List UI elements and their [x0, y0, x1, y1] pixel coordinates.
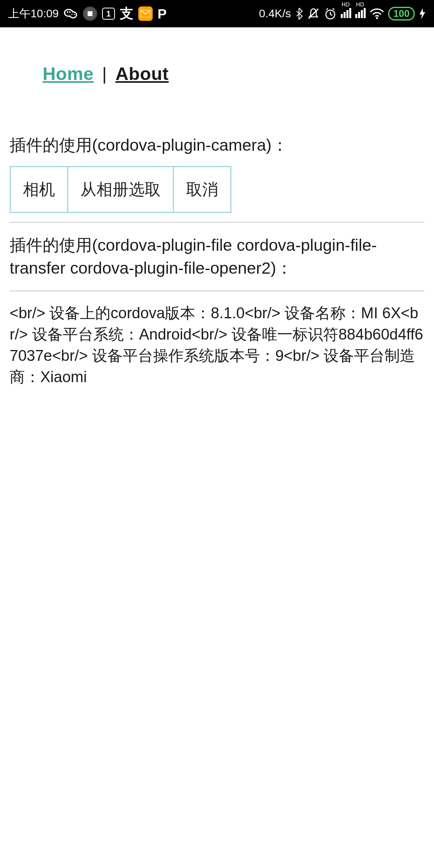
camera-button-row: 相机 从相册选取 取消 — [10, 166, 424, 213]
svg-point-7 — [74, 14, 75, 15]
home-link[interactable]: Home — [43, 63, 94, 84]
status-time: 上午10:09 — [8, 6, 59, 21]
alipay-icon: 支 — [120, 4, 133, 23]
status-bar: 上午10:09 1 支 P 0.4K/s HD HD — [0, 0, 434, 27]
battery-indicator: 100 — [388, 7, 415, 20]
svg-point-16 — [376, 17, 378, 19]
cancel-button[interactable]: 取消 — [173, 166, 231, 213]
section-camera-title: 插件的使用(cordova-plugin-camera)： — [10, 134, 424, 156]
p-icon: P — [158, 6, 167, 22]
bluetooth-icon — [295, 7, 303, 20]
nav-row: Home | About — [10, 63, 424, 84]
device-info-text: <br/> 设备上的cordova版本：8.1.0<br/> 设备名称：MI 6… — [10, 303, 424, 388]
camera-button[interactable]: 相机 — [10, 166, 68, 213]
page-content: Home | About 插件的使用(cordova-plugin-camera… — [0, 27, 434, 388]
mail-icon — [138, 6, 153, 21]
app-icon-2 — [83, 6, 97, 21]
svg-line-13 — [330, 14, 332, 15]
status-left: 上午10:09 1 支 P — [8, 4, 167, 23]
about-link[interactable]: About — [115, 63, 168, 84]
gallery-button[interactable]: 从相册选取 — [67, 166, 174, 213]
divider-2 — [10, 291, 424, 291]
svg-line-14 — [326, 8, 328, 10]
section-file-title: 插件的使用(cordova-plugin-file cordova-plugin… — [10, 234, 424, 280]
svg-point-6 — [72, 14, 73, 15]
nav-separator: | — [102, 63, 107, 84]
svg-point-4 — [67, 11, 68, 13]
svg-point-5 — [69, 11, 71, 13]
alarm-icon — [324, 7, 337, 20]
wechat-icon — [63, 8, 78, 20]
signal-1-icon: HD — [341, 7, 351, 21]
svg-point-3 — [70, 12, 76, 17]
network-speed: 0.4K/s — [259, 7, 291, 20]
charging-icon — [419, 7, 426, 20]
wifi-icon — [370, 8, 384, 19]
calendar-icon: 1 — [102, 8, 115, 20]
dnd-icon — [307, 7, 320, 20]
divider-1 — [10, 222, 424, 223]
signal-2-icon: HD — [355, 7, 366, 21]
svg-line-15 — [333, 8, 334, 10]
status-right: 0.4K/s HD HD 100 — [259, 7, 426, 21]
